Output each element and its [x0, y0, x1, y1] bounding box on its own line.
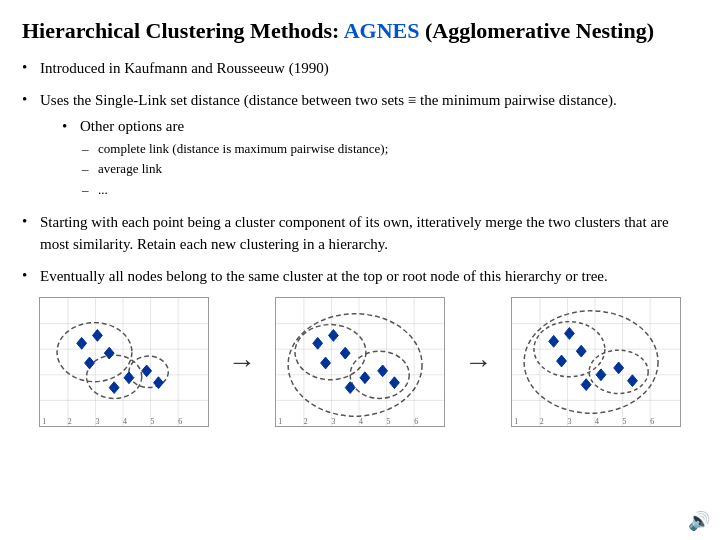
svg-marker-45: [390, 377, 400, 389]
sub-bullet-options: • Other options are – complete link (dis…: [62, 116, 698, 200]
svg-text:6: 6: [650, 417, 654, 426]
svg-text:4: 4: [359, 417, 363, 426]
svg-marker-68: [582, 379, 592, 391]
sub-bullet-item-options: • Other options are: [62, 116, 698, 138]
diagram-1: 1 2 3 4 5 6: [39, 297, 209, 427]
bullet-1: • Introduced in Kaufmann and Rousseeuw (…: [22, 58, 698, 80]
svg-point-35: [288, 314, 422, 416]
svg-marker-64: [549, 336, 559, 348]
bullet-3: • Starting with each point being a clust…: [22, 212, 698, 256]
svg-text:5: 5: [150, 417, 154, 426]
diagram-1-svg: 1 2 3 4 5 6: [40, 298, 208, 426]
svg-text:3: 3: [331, 417, 335, 426]
arrow-1: →: [228, 346, 256, 378]
bullet-dot-1: •: [22, 58, 40, 76]
dash-1: –: [82, 140, 98, 159]
bullet-dot-4: •: [22, 266, 40, 284]
svg-text:2: 2: [304, 417, 308, 426]
svg-marker-69: [596, 369, 606, 381]
svg-marker-16: [109, 382, 119, 394]
svg-text:5: 5: [387, 417, 391, 426]
svg-text:3: 3: [568, 417, 572, 426]
svg-text:4: 4: [595, 417, 599, 426]
arrow-2: →: [464, 346, 492, 378]
bullet-text-4: Eventually all nodes belong to the same …: [40, 266, 698, 288]
speaker-symbol: 🔊: [688, 511, 710, 531]
svg-marker-14: [84, 357, 94, 369]
diagram-3: 1 2 3 4 5 6: [511, 297, 681, 427]
svg-marker-40: [321, 357, 331, 369]
svg-marker-39: [328, 330, 338, 342]
svg-marker-13: [92, 330, 102, 342]
diagrams-row: 1 2 3 4 5 6 →: [22, 297, 698, 427]
sub-sub-item-3: – ...: [82, 181, 698, 200]
bullet-text-2: Uses the Single-Link set distance (dista…: [40, 90, 698, 202]
svg-text:6: 6: [414, 417, 418, 426]
svg-text:6: 6: [178, 417, 182, 426]
svg-marker-43: [360, 372, 370, 384]
title-suffix: (Agglomerative Nesting): [419, 18, 654, 43]
diagram-2-svg: 1 2 3 4 5 6: [276, 298, 444, 426]
page-title: Hierarchical Clustering Methods: AGNES (…: [22, 18, 698, 44]
diagram-3-svg: 1 2 3 4 5 6: [512, 298, 680, 426]
svg-marker-42: [345, 382, 355, 394]
dash-2: –: [82, 160, 98, 179]
svg-text:3: 3: [95, 417, 99, 426]
svg-text:2: 2: [67, 417, 71, 426]
sub-sub-item-2: – average link: [82, 160, 698, 179]
svg-text:1: 1: [278, 417, 282, 426]
svg-text:2: 2: [540, 417, 544, 426]
sub-sub-text-1: complete link (distance is maximum pairw…: [98, 140, 388, 159]
sub-dot-options: •: [62, 116, 80, 138]
svg-marker-38: [313, 338, 323, 350]
other-options-label: Other options are: [80, 116, 184, 138]
speaker-icon[interactable]: 🔊: [688, 510, 710, 532]
bullet-4: • Eventually all nodes belong to the sam…: [22, 266, 698, 288]
title-agnes: AGNES: [344, 18, 420, 43]
svg-marker-67: [577, 346, 587, 358]
svg-text:1: 1: [515, 417, 519, 426]
svg-marker-71: [628, 375, 638, 387]
svg-point-9: [57, 323, 132, 382]
bullet-text-1: Introduced in Kaufmann and Rousseeuw (19…: [40, 58, 698, 80]
bullet-2: • Uses the Single-Link set distance (dis…: [22, 90, 698, 202]
svg-marker-19: [153, 377, 163, 389]
svg-marker-12: [76, 338, 86, 350]
sub-sub-text-3: ...: [98, 181, 108, 200]
svg-point-61: [524, 311, 658, 413]
sub-sub-item-1: – complete link (distance is maximum pai…: [82, 140, 698, 159]
bullet-dot-3: •: [22, 212, 40, 230]
bullet-dot-2: •: [22, 90, 40, 108]
svg-text:4: 4: [123, 417, 127, 426]
title-prefix: Hierarchical Clustering Methods:: [22, 18, 344, 43]
bullet-text-3: Starting with each point being a cluster…: [40, 212, 698, 256]
svg-marker-65: [565, 328, 575, 340]
svg-marker-70: [614, 362, 624, 374]
svg-text:5: 5: [623, 417, 627, 426]
sub-sub-text-2: average link: [98, 160, 162, 179]
diagram-2: 1 2 3 4 5 6: [275, 297, 445, 427]
sub-sub-bullet: – complete link (distance is maximum pai…: [82, 140, 698, 201]
bullet-2-main-text: Uses the Single-Link set distance (dista…: [40, 92, 617, 108]
dash-3: –: [82, 181, 98, 200]
svg-marker-17: [124, 372, 134, 384]
svg-text:1: 1: [42, 417, 46, 426]
svg-marker-66: [557, 356, 567, 368]
